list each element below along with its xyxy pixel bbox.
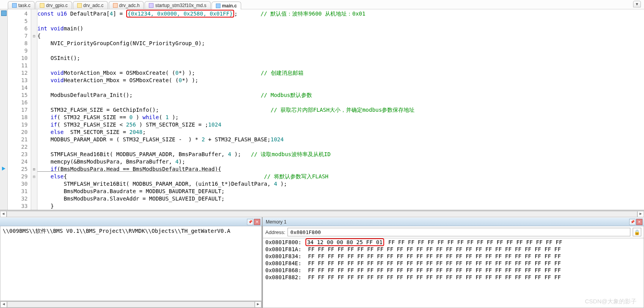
address-label: Address:: [265, 229, 285, 235]
bookmark-icon[interactable]: [1, 11, 7, 16]
tab-main-c[interactable]: main.c: [212, 2, 241, 9]
file-icon: [77, 3, 82, 8]
fold-toggle[interactable]: [31, 188, 37, 195]
code-editor[interactable]: 4567891011121314151617181920212223242529…: [0, 9, 644, 210]
fold-toggle[interactable]: [31, 202, 37, 210]
fold-toggle[interactable]: [31, 25, 37, 32]
fold-toggle[interactable]: [31, 99, 37, 106]
fold-toggle[interactable]: ⊞: [31, 165, 37, 173]
scroll-track[interactable]: [7, 301, 255, 308]
fold-toggle[interactable]: [31, 121, 37, 128]
current-line-icon: [2, 167, 5, 171]
output-text: \\009BMS\\软件\\BMS V0.1\\BMS_Project\\RVM…: [0, 226, 261, 236]
fold-toggle[interactable]: [31, 136, 37, 143]
fold-toggle[interactable]: [31, 92, 37, 99]
tab-label: drv_adc.h: [119, 3, 140, 8]
memory-address-row: Address: 🔒: [263, 226, 644, 238]
fold-toggle[interactable]: [31, 143, 37, 151]
fold-toggle[interactable]: [31, 40, 37, 47]
fold-toggle[interactable]: [31, 180, 37, 188]
fold-toggle[interactable]: [31, 55, 37, 62]
marker-column: [0, 9, 8, 210]
memory-panel-header: Memory 1 📌 ✕: [263, 217, 644, 226]
file-icon: [149, 3, 154, 8]
scroll-left[interactable]: ◄: [0, 301, 7, 308]
editor-horizontal-scrollbar[interactable]: ◄ ►: [0, 210, 644, 217]
tab-drv-adc-h[interactable]: drv_adc.h: [109, 1, 144, 9]
scroll-right[interactable]: ►: [637, 211, 644, 217]
scroll-left[interactable]: ◄: [0, 211, 7, 217]
memory-row: 0x0801F84E: FF FF FF FF FF FF FF FF FF F…: [265, 260, 641, 267]
highlighted-bytes: 34 12 00 00 80 25 FF 01: [305, 238, 384, 246]
memory-panel: Memory 1 📌 ✕ Address: 🔒 0x0801F800: 34 1…: [263, 217, 644, 308]
fold-toggle[interactable]: [31, 84, 37, 92]
tab-label: startup_stm32f10x_md.s: [155, 3, 206, 8]
tab-drv-adc-c[interactable]: drv_adc.c: [73, 1, 108, 9]
lock-icon[interactable]: 🔒: [633, 228, 641, 236]
tab-label: drv_gpio.c: [46, 3, 67, 8]
tab-bar: task.cdrv_gpio.cdrv_adc.cdrv_adc.hstartu…: [0, 0, 644, 9]
pin-icon[interactable]: 📌: [629, 219, 635, 225]
fold-toggle[interactable]: [31, 62, 37, 69]
fold-toggle[interactable]: [31, 69, 37, 77]
memory-panel-title: Memory 1: [266, 219, 286, 225]
highlighted-values: {0x1234, 0x0000, 0x2580, 0x01FF}: [126, 10, 235, 18]
memory-row: 0x0801F800: 34 12 00 00 80 25 FF 01 FF F…: [265, 239, 641, 246]
memory-row: 0x0801F868: FF FF FF FF FF FF FF FF FF F…: [265, 267, 641, 274]
memory-row: 0x0801F882: FF FF FF FF FF FF FF FF FF F…: [265, 274, 641, 281]
fold-toggle[interactable]: [31, 106, 37, 114]
fold-toggle[interactable]: [31, 77, 37, 84]
fold-toggle[interactable]: [31, 158, 37, 165]
memory-row: 0x0801F81A: FF FF FF FF FF FF FF FF FF F…: [265, 246, 641, 253]
close-icon[interactable]: ✕: [254, 219, 260, 225]
pin-icon[interactable]: 📌: [247, 219, 253, 225]
tab-label: task.c: [18, 3, 30, 8]
tab-task-c[interactable]: task.c: [8, 1, 35, 9]
output-panel-header: 📌 ✕: [0, 217, 262, 226]
tab-dropdown[interactable]: ▼: [633, 1, 641, 7]
output-panel: 📌 ✕ \\009BMS\\软件\\BMS V0.1\\BMS_Project\…: [0, 217, 263, 308]
fold-toggle[interactable]: [31, 18, 37, 25]
address-input[interactable]: [288, 228, 630, 236]
scroll-right[interactable]: ►: [255, 301, 261, 308]
fold-toggle[interactable]: [31, 151, 37, 158]
file-icon: [40, 3, 44, 8]
fold-toggle[interactable]: [31, 114, 37, 121]
tab-label: drv_adc.c: [83, 3, 104, 8]
file-icon: [12, 3, 17, 8]
tab-drv-gpio-c[interactable]: drv_gpio.c: [35, 1, 72, 9]
memory-dump[interactable]: 0x0801F800: 34 12 00 00 80 25 FF 01 FF F…: [263, 238, 644, 282]
bottom-panels: 📌 ✕ \\009BMS\\软件\\BMS V0.1\\BMS_Project\…: [0, 217, 644, 308]
watermark: CSDN@大象的影子: [585, 298, 637, 305]
file-icon: [216, 4, 221, 8]
line-number-column: 4567891011121314151617181920212223242529…: [8, 9, 31, 210]
fold-column[interactable]: ⊟⊞⊟: [31, 9, 37, 210]
close-icon[interactable]: ✕: [636, 219, 642, 225]
fold-toggle[interactable]: [31, 10, 37, 18]
tab-startup-stm32f10x-md-s[interactable]: startup_stm32f10x_md.s: [145, 1, 210, 9]
memory-row: 0x0801F834: FF FF FF FF FF FF FF FF FF F…: [265, 253, 641, 260]
fold-toggle[interactable]: [31, 47, 37, 55]
fold-toggle[interactable]: [31, 128, 37, 136]
fold-toggle[interactable]: ⊟: [31, 32, 37, 40]
scroll-track[interactable]: [7, 211, 637, 217]
fold-toggle[interactable]: [31, 195, 37, 202]
output-horizontal-scrollbar[interactable]: ◄ ►: [0, 301, 262, 308]
tab-label: main.c: [222, 3, 237, 9]
fold-toggle[interactable]: ⊟: [31, 173, 37, 180]
file-icon: [113, 3, 118, 8]
code-content[interactable]: const u16 DefaultPara[4] = {0x1234, 0x00…: [37, 9, 644, 210]
